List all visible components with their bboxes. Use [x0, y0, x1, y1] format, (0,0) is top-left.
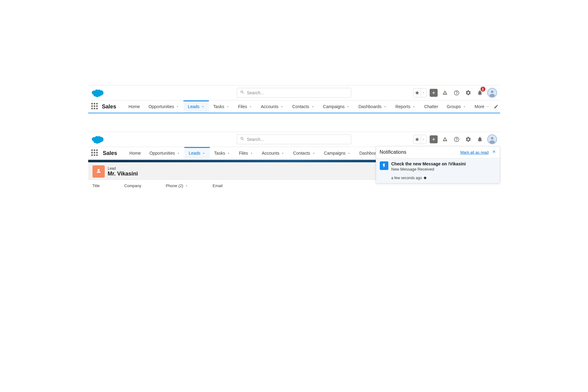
nav-tasks[interactable]: Tasks: [209, 100, 234, 113]
notification-badge: 1: [481, 87, 485, 92]
nav-leads[interactable]: Leads: [184, 147, 210, 159]
edit-nav-pencil-icon[interactable]: [494, 102, 499, 111]
chevron-down-icon: [176, 105, 179, 108]
nav-groups[interactable]: Groups: [443, 100, 470, 113]
nav-label: Leads: [188, 104, 199, 109]
nav-chatter[interactable]: Chatter: [420, 100, 443, 113]
global-search[interactable]: [237, 134, 351, 144]
nav-label: Home: [130, 151, 141, 156]
nav-label: Groups: [447, 104, 461, 109]
chevron-down-icon[interactable]: [421, 135, 426, 144]
nav-label: Accounts: [262, 151, 280, 156]
app-launcher-icon[interactable]: [91, 149, 99, 157]
chevron-down-icon: [346, 105, 350, 108]
nav-files[interactable]: Files: [235, 147, 258, 159]
notification-item[interactable]: Check the new Message on !Vikasini New M…: [376, 158, 500, 183]
nav-label: Campaigns: [323, 104, 345, 109]
nav-label: Campaigns: [324, 151, 346, 156]
chevron-down-icon: [250, 152, 253, 155]
trailhead-icon[interactable]: [441, 89, 449, 97]
nav-leads[interactable]: Leads: [183, 100, 209, 113]
nav-label: Tasks: [213, 104, 224, 109]
star-icon[interactable]: [413, 135, 421, 144]
nav-contacts[interactable]: Contacts: [289, 147, 319, 159]
nav-more[interactable]: More: [470, 100, 494, 113]
field-phone[interactable]: Phone (2): [166, 183, 188, 188]
chevron-down-icon: [281, 152, 285, 155]
favorites-combo[interactable]: [413, 135, 427, 144]
nav-label: Opportunities: [149, 104, 174, 109]
svg-point-2: [489, 94, 495, 97]
notification-title: Check the new Message on !Vikasini: [391, 161, 466, 166]
nav-label: Contacts: [293, 151, 310, 156]
mark-all-read-link[interactable]: Mark all as read: [460, 150, 488, 155]
lead-icon: [92, 165, 105, 178]
record-type-label: Lead: [108, 166, 138, 171]
nav-label: Files: [238, 104, 247, 109]
nav-home[interactable]: Home: [124, 100, 144, 113]
chevron-down-icon: [227, 152, 230, 155]
chevron-down-icon[interactable]: [421, 89, 426, 97]
nav-home[interactable]: Home: [125, 147, 145, 159]
nav-label: Contacts: [292, 104, 309, 109]
nav-label: Files: [239, 151, 248, 156]
nav-label: Home: [129, 104, 140, 109]
nav-opportunities[interactable]: Opportunities: [145, 147, 184, 159]
close-icon[interactable]: [492, 149, 496, 155]
nav-label: Opportunities: [149, 151, 175, 156]
field-email: Email: [213, 183, 223, 188]
chevron-down-icon: [249, 105, 252, 108]
nav-files[interactable]: Files: [234, 100, 257, 113]
notifications-bell-icon[interactable]: [476, 135, 484, 144]
notification-subtitle: New Message Received: [391, 167, 466, 172]
trailhead-icon[interactable]: [441, 135, 449, 144]
app-navbar-top: Sales HomeOpportunitiesLeadsTasksFilesAc…: [88, 100, 500, 113]
svg-point-6: [97, 169, 99, 171]
chevron-down-icon: [347, 152, 351, 155]
star-icon[interactable]: [413, 89, 421, 97]
user-avatar[interactable]: [487, 134, 497, 144]
global-add-button[interactable]: [430, 89, 438, 97]
salesforce-logo-icon: [91, 135, 105, 144]
search-icon: [240, 90, 244, 96]
nav-contacts[interactable]: Contacts: [288, 100, 318, 113]
nav-reports[interactable]: Reports: [391, 100, 420, 113]
nav-tasks[interactable]: Tasks: [210, 147, 235, 159]
help-icon[interactable]: [452, 135, 461, 144]
nav-opportunities[interactable]: Opportunities: [144, 100, 183, 113]
unread-dot-icon: [424, 177, 426, 179]
search-icon: [240, 137, 244, 142]
nav-label: Tasks: [214, 151, 225, 156]
global-add-button[interactable]: [430, 135, 438, 143]
nav-label: Leads: [189, 151, 200, 156]
setup-gear-icon[interactable]: [464, 135, 473, 144]
global-header-bottom: Notifications Mark all as read Check the…: [88, 132, 500, 147]
svg-point-5: [489, 141, 495, 144]
setup-gear-icon[interactable]: [464, 89, 473, 97]
help-icon[interactable]: [452, 89, 461, 97]
chevron-down-icon: [311, 105, 315, 108]
global-search[interactable]: [237, 88, 351, 98]
favorites-combo[interactable]: [413, 88, 427, 97]
notifications-bell-icon[interactable]: 1: [476, 89, 484, 97]
chevron-down-icon: [383, 105, 387, 108]
nav-label: Accounts: [261, 104, 279, 109]
nav-label: Dashboards: [358, 104, 382, 109]
nav-accounts[interactable]: Accounts: [257, 100, 288, 113]
nav-campaigns[interactable]: Campaigns: [320, 147, 355, 159]
chevron-down-icon: [463, 105, 466, 108]
user-avatar[interactable]: [487, 88, 497, 98]
chevron-down-icon: [226, 105, 229, 108]
nav-dashboards[interactable]: Dashboards: [354, 100, 391, 113]
nav-campaigns[interactable]: Campaigns: [319, 100, 354, 113]
app-launcher-icon[interactable]: [91, 103, 98, 110]
nav-accounts[interactable]: Accounts: [258, 147, 289, 159]
chevron-down-icon: [280, 105, 284, 108]
chevron-down-icon: [201, 105, 205, 108]
triangle-down-icon: [486, 105, 489, 108]
search-input[interactable]: [247, 137, 348, 142]
chevron-down-icon: [312, 152, 315, 155]
app-name: Sales: [102, 104, 116, 110]
search-input[interactable]: [247, 90, 348, 95]
svg-point-1: [491, 90, 493, 93]
